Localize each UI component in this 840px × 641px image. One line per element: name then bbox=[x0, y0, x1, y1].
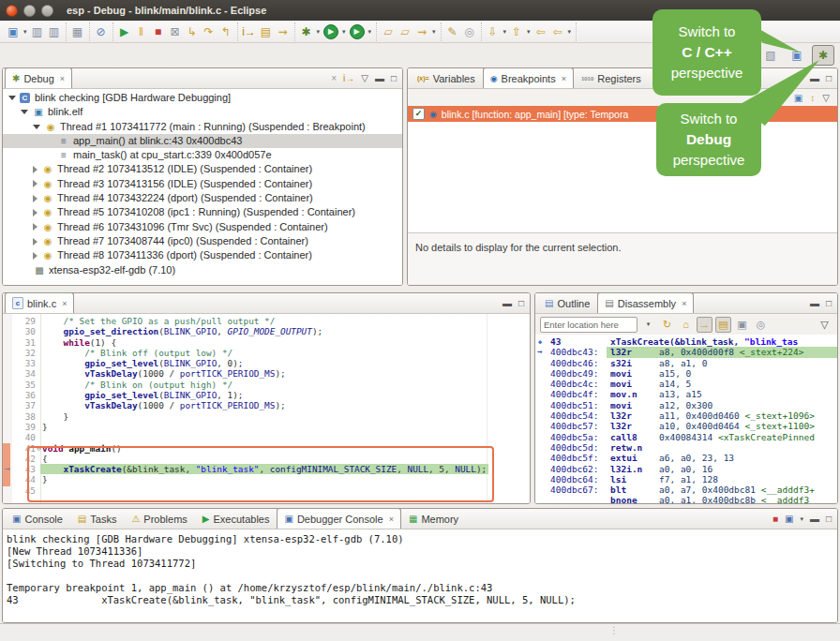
expand-arrow-icon[interactable] bbox=[33, 125, 40, 129]
resume-icon[interactable]: ▶ bbox=[116, 23, 133, 40]
window-maximize-icon[interactable] bbox=[41, 5, 53, 17]
flash-icon[interactable]: ⇝ bbox=[413, 23, 430, 40]
disasm-instruction[interactable]: →400dbc43:l32ra8, 0x400d00f8 <_stext+224… bbox=[535, 347, 837, 357]
close-icon[interactable]: × bbox=[389, 514, 394, 524]
terminate-icon[interactable]: ■ bbox=[150, 23, 167, 40]
disasm-instruction[interactable]: 400dbc67:blta0, a7, 0x400dbc81 <__adddf3… bbox=[535, 484, 837, 495]
disasm-instruction[interactable]: 400dbc46:s32ia8, a1, 0 bbox=[535, 358, 837, 368]
breakpoint-row[interactable]: ✓ ◉ blink.c [function: app_main] [type: … bbox=[408, 106, 837, 122]
new-view-icon[interactable]: ▣ bbox=[734, 317, 750, 333]
minimize-icon[interactable]: ▬ bbox=[502, 298, 512, 308]
debug-icon[interactable]: ✱ bbox=[298, 23, 315, 40]
expand-arrow-icon[interactable] bbox=[33, 195, 38, 202]
debug-tree-item[interactable]: ◉Thread #3 1073413156 (IDLE) (Suspended … bbox=[3, 177, 402, 191]
debug-tree-item[interactable]: ≡main_task() at cpu_start.c:339 0x400d05… bbox=[3, 148, 402, 162]
code-line[interactable]: 35 /* Blink on (output high) */ bbox=[3, 380, 530, 390]
open-folder2-icon[interactable]: ▱ bbox=[397, 23, 413, 40]
trace-icon[interactable]: ⇝ bbox=[275, 23, 292, 40]
debugger-console-output[interactable]: blink checking [GDB Hardware Debugging] … bbox=[3, 529, 837, 622]
debug-tree-item[interactable]: ◉Thread #5 1073410208 (ipc1 : Running) (… bbox=[3, 205, 402, 219]
dropdown-icon[interactable]: ▾ bbox=[317, 28, 321, 36]
show-instr-icon[interactable]: ▤ bbox=[258, 23, 275, 40]
ann-up-icon[interactable]: ⇧ bbox=[508, 23, 525, 40]
tab-variables[interactable]: (x)= Variables bbox=[410, 67, 483, 88]
pin-view-icon[interactable]: ◎ bbox=[753, 317, 769, 333]
disasm-instruction[interactable]: 400dbc5f:extuia6, a0, 23, 13 bbox=[535, 453, 837, 463]
minimize-icon[interactable]: ▬ bbox=[375, 73, 384, 83]
run-icon[interactable]: ▶ bbox=[323, 24, 338, 39]
code-line[interactable]: 31 while(1) { bbox=[3, 337, 530, 348]
expand-arrow-icon[interactable] bbox=[21, 110, 28, 114]
step-into-icon[interactable]: ↳ bbox=[184, 23, 201, 40]
dropdown-icon[interactable]: ▾ bbox=[23, 28, 27, 36]
close-icon[interactable]: × bbox=[62, 299, 67, 308]
disasm-instruction[interactable]: 400dbc64:lsif7, a1, 128 bbox=[535, 474, 837, 484]
console-dropdown-icon[interactable]: ▾ bbox=[800, 515, 803, 523]
external-tools-icon[interactable]: ▶ bbox=[350, 24, 365, 39]
code-line[interactable]: 29 /* Set the GPIO as a push/pull output… bbox=[3, 316, 530, 326]
tab-tasks[interactable]: ▤ Tasks bbox=[70, 508, 125, 529]
expand-arrow-icon[interactable] bbox=[33, 166, 38, 173]
breakpoint-checkbox[interactable]: ✓ bbox=[412, 108, 425, 120]
group-by-icon[interactable]: ↕ bbox=[810, 93, 815, 103]
debug-perspective-button[interactable]: ✱ bbox=[812, 45, 834, 66]
debug-tree-item[interactable]: ≡app_main() at blink.c:43 0x400dbc43 bbox=[3, 134, 402, 148]
debug-tree-item[interactable]: ◉Thread #1 1073411772 (main : Running) (… bbox=[3, 120, 402, 134]
step-return-icon[interactable]: ↰ bbox=[218, 23, 234, 40]
save-all-icon[interactable]: ▥ bbox=[46, 23, 63, 40]
skip-breakpoints-icon[interactable]: ⊘ bbox=[93, 23, 110, 40]
close-icon[interactable]: × bbox=[562, 74, 566, 83]
minimize-icon[interactable]: ▬ bbox=[810, 298, 819, 308]
editor-content[interactable]: 29 /* Set the GPIO as a push/pull output… bbox=[3, 314, 530, 503]
debug-tree-item[interactable]: ◉Thread #7 1073408744 (ipc0) (Suspended … bbox=[3, 234, 402, 248]
view-menu-icon[interactable]: ▽ bbox=[822, 93, 830, 103]
disasm-instruction[interactable]: 400dbc4c:movia14, 5 bbox=[535, 379, 837, 389]
save-icon[interactable]: ▥ bbox=[29, 23, 46, 40]
dropdown-icon[interactable]: ▾ bbox=[527, 28, 531, 36]
window-minimize-icon[interactable] bbox=[23, 5, 36, 17]
new-icon[interactable]: ▣ bbox=[5, 23, 22, 40]
debug-tree-item[interactable]: ◉Thread #4 1073432224 (dport) (Suspended… bbox=[3, 191, 402, 205]
disasm-instruction[interactable]: 400dbc57:l32ra10, 0x400d0464 <_stext+110… bbox=[535, 421, 837, 431]
dropdown-icon[interactable]: ▾ bbox=[503, 28, 507, 36]
brush-icon[interactable]: ✎ bbox=[444, 23, 461, 40]
debug-tree-item[interactable]: ▣blink.elf bbox=[3, 105, 402, 119]
debug-tree-item[interactable]: ▩xtensa-esp32-elf-gdb (7.10) bbox=[3, 263, 402, 277]
debug-tree-item[interactable]: ◉Thread #2 1073413512 (IDLE) (Suspended … bbox=[3, 162, 402, 176]
maximize-icon[interactable]: □ bbox=[826, 514, 832, 524]
dropdown-icon[interactable]: ▾ bbox=[368, 28, 372, 36]
minimize-icon[interactable]: ▬ bbox=[810, 514, 819, 524]
remove-terminated-icon[interactable]: × bbox=[331, 73, 337, 83]
dropdown-icon[interactable]: ▾ bbox=[432, 28, 436, 36]
expand-arrow-icon[interactable] bbox=[33, 223, 38, 231]
refresh-icon[interactable]: ↻ bbox=[659, 317, 675, 333]
disasm-instruction[interactable]: bnonea0, a1, 0x400dbc8b <__adddf3 bbox=[535, 495, 837, 503]
disasm-instruction[interactable]: 400dbc5a:call80x40084314 <xTaskCreatePin… bbox=[535, 432, 837, 442]
disasm-instruction[interactable]: 400dbc49:movia15, 0 bbox=[535, 368, 837, 379]
display-console-icon[interactable]: ▣ bbox=[785, 514, 793, 524]
tab-problems[interactable]: ⚠ Problems bbox=[124, 508, 194, 529]
code-line[interactable]: 34 vTaskDelay(1000 / portTICK_PERIOD_MS)… bbox=[3, 368, 530, 379]
view-menu-icon[interactable]: ▽ bbox=[361, 73, 368, 83]
follow-instruction-icon[interactable]: → bbox=[697, 317, 712, 333]
step-over-icon[interactable]: ↷ bbox=[201, 23, 218, 40]
nav-back-icon[interactable]: ⇦ bbox=[532, 23, 549, 40]
disasm-source-line[interactable]: ◆43xTaskCreate(&blink_task, "blink_tas bbox=[535, 336, 837, 347]
code-line[interactable]: 36 gpio_set_level(BLINK_GPIO, 1); bbox=[3, 390, 530, 400]
cpp-perspective-button[interactable]: ▣ bbox=[786, 45, 808, 66]
maximize-icon[interactable]: □ bbox=[826, 298, 832, 308]
maximize-icon[interactable]: □ bbox=[518, 298, 524, 308]
tab-memory[interactable]: ▦ Memory bbox=[401, 508, 466, 529]
disasm-instruction[interactable]: 400dbc51:movia12, 0x300 bbox=[535, 400, 837, 410]
disasm-instruction[interactable]: 400dbc5d:retw.n bbox=[535, 442, 837, 453]
show-breakpoints-icon[interactable]: ▣ bbox=[794, 93, 802, 103]
maximize-icon[interactable]: □ bbox=[826, 73, 832, 83]
open-folder-icon[interactable]: ▱ bbox=[380, 23, 397, 40]
location-dropdown-icon[interactable]: ▾ bbox=[640, 317, 656, 333]
tab-disassembly[interactable]: ▤ Disassembly × bbox=[597, 292, 694, 313]
disasm-instruction[interactable]: 400dbc54:l32ra11, 0x400d0460 <_stext+109… bbox=[535, 410, 837, 421]
open-perspective-button[interactable]: ▧ bbox=[759, 45, 782, 66]
code-line[interactable]: 39} bbox=[3, 422, 530, 432]
build-icon[interactable]: ▦ bbox=[69, 23, 86, 40]
location-input[interactable] bbox=[540, 317, 638, 333]
